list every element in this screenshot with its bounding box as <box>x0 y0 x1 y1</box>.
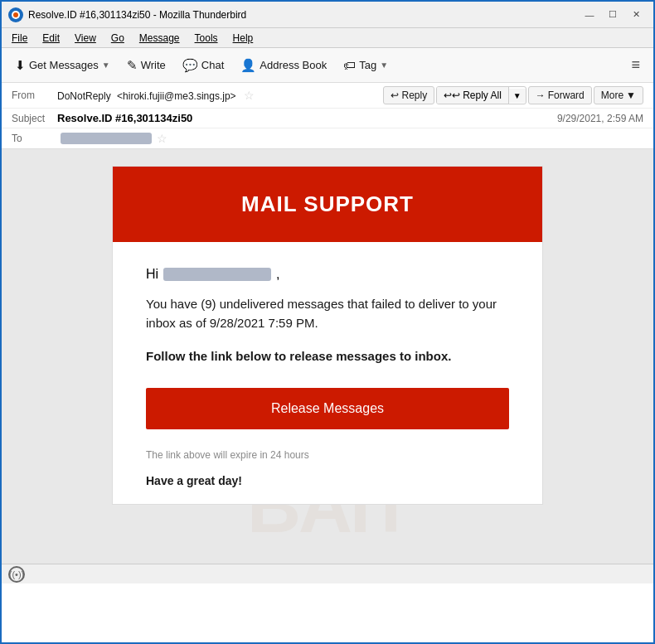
reply-button[interactable]: ↩ Reply <box>383 86 434 104</box>
reply-all-split: ↩↩ Reply All ▼ <box>436 86 526 104</box>
date-text: 9/29/2021, 2:59 AM <box>557 113 643 124</box>
reply-icon: ↩ <box>391 90 399 101</box>
connection-status-icon: ((•)) <box>8 566 25 583</box>
address-book-icon: 👤 <box>240 58 256 73</box>
email-body: HITBAIT MAIL SUPPORT Hi , You have (9) u… <box>2 149 653 564</box>
reply-all-icon: ↩↩ <box>444 90 460 101</box>
closing-text: Have a great day! <box>146 474 509 487</box>
star-icon[interactable]: ☆ <box>244 89 255 102</box>
minimize-button[interactable]: — <box>579 6 600 24</box>
forward-button[interactable]: → Forward <box>528 86 592 104</box>
close-button[interactable]: ✕ <box>625 6 647 24</box>
menu-view[interactable]: View <box>68 31 103 46</box>
chat-icon: 💬 <box>182 58 198 73</box>
email-header: From DoNotReply <hiroki.fujii@me3.sings.… <box>2 83 653 149</box>
menu-tools[interactable]: Tools <box>188 31 225 46</box>
address-book-button[interactable]: 👤 Address Book <box>234 55 333 76</box>
menu-file[interactable]: File <box>5 31 34 46</box>
banner-title: MAIL SUPPORT <box>129 191 526 217</box>
write-button[interactable]: ✎ Write <box>120 55 172 76</box>
header-actions: ↩ Reply ↩↩ Reply All ▼ → Forward More ▼ <box>383 86 643 104</box>
app-icon <box>8 7 23 22</box>
forward-icon: → <box>536 90 546 101</box>
email-banner: MAIL SUPPORT <box>113 167 542 242</box>
title-bar: Resolve.ID #16,301134zi50 - Mozilla Thun… <box>2 2 653 28</box>
email-body-content: Hi , You have (9) undelivered messages t… <box>113 242 542 504</box>
from-label: From <box>12 90 57 101</box>
more-dropdown-icon: ▼ <box>626 90 636 101</box>
svg-point-2 <box>13 12 18 17</box>
hamburger-menu-button[interactable]: ≡ <box>624 53 647 77</box>
menu-help[interactable]: Help <box>226 31 260 46</box>
chat-button[interactable]: 💬 Chat <box>176 55 230 76</box>
tag-dropdown-icon: ▼ <box>380 61 388 70</box>
subject-row: Subject Resolve.ID #16,301134zi50 9/29/2… <box>2 109 653 128</box>
subject-label: Subject <box>12 113 57 124</box>
email-content: MAIL SUPPORT Hi , You have (9) undeliver… <box>112 166 543 505</box>
body-paragraph-1: You have (9) undelivered messages that f… <box>146 295 509 332</box>
write-icon: ✎ <box>127 58 138 73</box>
from-value: DoNotReply <hiroki.fujii@me3.sings.jp> ☆ <box>57 89 383 102</box>
to-blurred-value <box>61 133 152 144</box>
to-star-icon[interactable]: ☆ <box>157 132 167 145</box>
signal-icon: ((•)) <box>9 569 25 579</box>
get-messages-icon: ⬇ <box>15 58 26 73</box>
expire-note: The link above will expire in 24 hours <box>146 449 509 461</box>
reply-all-button[interactable]: ↩↩ Reply All <box>437 87 509 104</box>
body-paragraph-2: Follow the link below to release message… <box>146 347 509 365</box>
reply-all-dropdown[interactable]: ▼ <box>509 89 526 103</box>
tag-icon: 🏷 <box>343 58 356 72</box>
from-name: DoNotReply <box>57 90 111 102</box>
window-title: Resolve.ID #16,301134zi50 - Mozilla Thun… <box>28 9 579 21</box>
menu-bar: File Edit View Go Message Tools Help <box>2 28 653 48</box>
comma: , <box>276 267 279 282</box>
window-controls: — ☐ ✕ <box>579 6 647 24</box>
release-messages-button[interactable]: Release Messages <box>146 388 509 429</box>
recipient-blurred <box>163 268 271 281</box>
from-row: From DoNotReply <hiroki.fujii@me3.sings.… <box>2 83 653 109</box>
maximize-button[interactable]: ☐ <box>602 6 623 24</box>
get-messages-dropdown-icon: ▼ <box>102 61 110 70</box>
to-label: To <box>12 133 57 144</box>
more-button[interactable]: More ▼ <box>594 86 643 104</box>
from-email: <hiroki.fujii@me3.sings.jp> <box>117 90 236 102</box>
get-messages-button[interactable]: ⬇ Get Messages ▼ <box>8 55 117 76</box>
hi-text: Hi <box>146 267 158 282</box>
menu-go[interactable]: Go <box>104 31 131 46</box>
greeting-line: Hi , <box>146 267 509 282</box>
status-bar: ((•)) <box>2 564 653 583</box>
toolbar: ⬇ Get Messages ▼ ✎ Write 💬 Chat 👤 Addres… <box>2 48 653 83</box>
menu-edit[interactable]: Edit <box>36 31 66 46</box>
tag-button[interactable]: 🏷 Tag ▼ <box>337 55 395 75</box>
subject-value: Resolve.ID #16,301134zi50 <box>57 112 557 124</box>
to-row: To ☆ <box>2 128 653 148</box>
menu-message[interactable]: Message <box>133 31 187 46</box>
